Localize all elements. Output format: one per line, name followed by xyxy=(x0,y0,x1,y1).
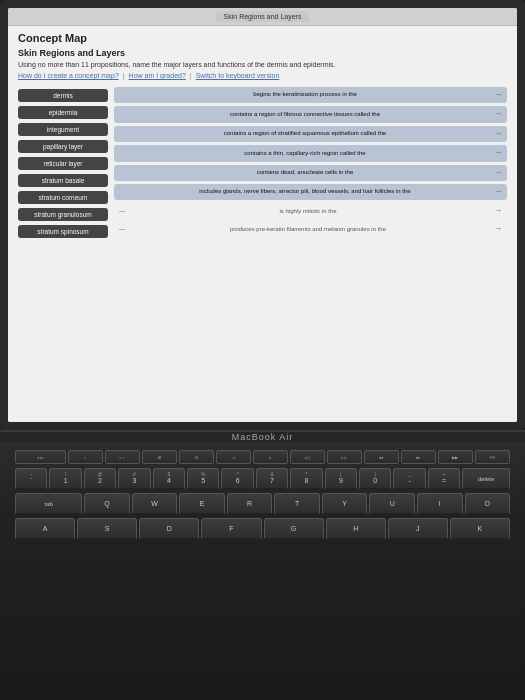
d-key[interactable]: D xyxy=(139,518,199,540)
terms-column: dermis epidermia integument papillary la… xyxy=(18,85,108,385)
desc-text-1: begins the keratinization process in the xyxy=(119,91,491,99)
1-key[interactable]: !1 xyxy=(49,468,81,490)
term-stratum-granulosum[interactable]: stratum granulosum xyxy=(18,208,108,221)
laptop-hinge: MacBook Air xyxy=(0,430,525,442)
term-reticular-layer[interactable]: reticular layer xyxy=(18,157,108,170)
f-key[interactable]: F xyxy=(201,518,261,540)
screen-content: Skin Regions and Layers Concept Map Skin… xyxy=(8,8,517,422)
description-text: Using no more than 11 propositions, name… xyxy=(18,60,507,69)
concept-map-area: dermis epidermia integument papillary la… xyxy=(18,85,507,385)
4-key[interactable]: $4 xyxy=(153,468,185,490)
3-key[interactable]: #3 xyxy=(118,468,150,490)
w-key[interactable]: W xyxy=(132,493,178,515)
s-key[interactable]: S xyxy=(77,518,137,540)
desc-text-3: contains a region of stratified squamous… xyxy=(119,130,491,138)
plus-key[interactable]: += xyxy=(428,468,460,490)
t-key[interactable]: T xyxy=(274,493,320,515)
j-key[interactable]: J xyxy=(388,518,448,540)
tilde-key[interactable]: ~` xyxy=(15,468,47,490)
links-bar: How do I create a concept map? | How am … xyxy=(18,72,507,79)
f8-key[interactable]: ▷▷ xyxy=(327,450,362,464)
how-create-link[interactable]: How do I create a concept map? xyxy=(18,72,119,79)
keyboard-area: esc ☼ ☼☼ ⊞ ⊟ ◁ ▷ ◁◁ ▷▷ ◂◂ ▸▸ ▶▶ F8 ~` !1… xyxy=(0,442,525,548)
g-key[interactable]: G xyxy=(264,518,324,540)
f11-key[interactable]: ▶▶ xyxy=(438,450,473,464)
term-papillary-layer[interactable]: papillary layer xyxy=(18,140,108,153)
0-key[interactable]: )0 xyxy=(359,468,391,490)
arrow-right-8: → xyxy=(494,224,502,233)
f1-key[interactable]: ☼ xyxy=(68,450,103,464)
esc-key[interactable]: esc xyxy=(15,450,66,464)
2-key[interactable]: @2 xyxy=(84,468,116,490)
o-key[interactable]: O xyxy=(465,493,511,515)
arrow-right-4: → xyxy=(494,148,502,158)
desc-box-4: contains a thin, capillary-rich region c… xyxy=(114,145,507,161)
a-key[interactable]: A xyxy=(15,518,75,540)
f2-key[interactable]: ☼☼ xyxy=(105,450,140,464)
asdf-row: A S D F G H J K xyxy=(15,518,510,540)
browser-tab: Skin Regions and Layers xyxy=(216,11,310,22)
browser-chrome: Skin Regions and Layers xyxy=(8,8,517,26)
arrow-right-7: → xyxy=(494,206,502,215)
empty-text-2: produces pre-keratin filaments and melan… xyxy=(230,226,386,232)
f12-key[interactable]: F8 xyxy=(475,450,510,464)
desc-text-2: contains a region of fibrous connective … xyxy=(119,111,491,119)
page-body: Concept Map Skin Regions and Layers Usin… xyxy=(8,26,517,422)
i-key[interactable]: I xyxy=(417,493,463,515)
laptop-screen: Skin Regions and Layers Concept Map Skin… xyxy=(0,0,525,430)
q-key[interactable]: Q xyxy=(84,493,130,515)
tab-key[interactable]: tab xyxy=(15,493,82,515)
how-graded-link[interactable]: How am I graded? xyxy=(129,72,186,79)
arrow-right-3: → xyxy=(494,129,502,139)
5-key[interactable]: %5 xyxy=(187,468,219,490)
r-key[interactable]: R xyxy=(227,493,273,515)
desc-box-6: includes glands, nerve fibers, arrector … xyxy=(114,184,507,200)
u-key[interactable]: U xyxy=(369,493,415,515)
qwerty-row: tab Q W E R T Y U I O xyxy=(15,493,510,515)
f5-key[interactable]: ◁ xyxy=(216,450,251,464)
delete-key[interactable]: delete xyxy=(462,468,510,490)
6-key[interactable]: ^6 xyxy=(221,468,253,490)
term-integument[interactable]: integument xyxy=(18,123,108,136)
minus-key[interactable]: _- xyxy=(393,468,425,490)
f10-key[interactable]: ▸▸ xyxy=(401,450,436,464)
9-key[interactable]: (9 xyxy=(325,468,357,490)
term-stratum-corneum[interactable]: stratum corneum xyxy=(18,191,108,204)
laptop-body: MacBook Air esc ☼ ☼☼ ⊞ ⊟ ◁ ▷ ◁◁ ▷▷ ◂◂ ▸▸… xyxy=(0,430,525,700)
h-key[interactable]: H xyxy=(326,518,386,540)
e-key[interactable]: E xyxy=(179,493,225,515)
term-stratum-spinosum[interactable]: stratum spinosum xyxy=(18,225,108,238)
f3-key[interactable]: ⊞ xyxy=(142,450,177,464)
section-title: Skin Regions and Layers xyxy=(18,48,507,58)
term-epidermia[interactable]: epidermia xyxy=(18,106,108,119)
desc-text-6: includes glands, nerve fibers, arrector … xyxy=(119,188,491,196)
desc-box-5: contains dead, anucleate cells in the → xyxy=(114,165,507,181)
desc-box-3: contains a region of stratified squamous… xyxy=(114,126,507,142)
f4-key[interactable]: ⊟ xyxy=(179,450,214,464)
f6-key[interactable]: ▷ xyxy=(253,450,288,464)
7-key[interactable]: &7 xyxy=(256,468,288,490)
dash-left-2: — xyxy=(119,226,125,232)
8-key[interactable]: *8 xyxy=(290,468,322,490)
empty-text-1: is highly mitotic in the xyxy=(279,208,336,214)
arrow-right-6: → xyxy=(494,187,502,197)
desc-text-5: contains dead, anucleate cells in the xyxy=(119,169,491,177)
y-key[interactable]: Y xyxy=(322,493,368,515)
term-dermis[interactable]: dermis xyxy=(18,89,108,102)
k-key[interactable]: K xyxy=(450,518,510,540)
dash-left: — xyxy=(119,208,125,214)
term-stratum-basale[interactable]: stratum basale xyxy=(18,174,108,187)
empty-row-1: — is highly mitotic in the → xyxy=(114,203,507,218)
desc-box-2: contains a region of fibrous connective … xyxy=(114,106,507,122)
empty-row-2: — produces pre-keratin filaments and mel… xyxy=(114,221,507,236)
macbook-label: MacBook Air xyxy=(232,432,294,442)
arrow-right-5: → xyxy=(494,168,502,178)
arrow-right-2: → xyxy=(494,109,502,119)
number-row: ~` !1 @2 #3 $4 %5 ^6 &7 *8 (9 )0 _- += d… xyxy=(15,468,510,490)
app-title: Concept Map xyxy=(18,32,507,44)
desc-text-4: contains a thin, capillary-rich region c… xyxy=(119,150,491,158)
keyboard-version-link[interactable]: Switch to keyboard version xyxy=(196,72,280,79)
f7-key[interactable]: ◁◁ xyxy=(290,450,325,464)
f9-key[interactable]: ◂◂ xyxy=(364,450,399,464)
fn-row: esc ☼ ☼☼ ⊞ ⊟ ◁ ▷ ◁◁ ▷▷ ◂◂ ▸▸ ▶▶ F8 xyxy=(15,450,510,464)
